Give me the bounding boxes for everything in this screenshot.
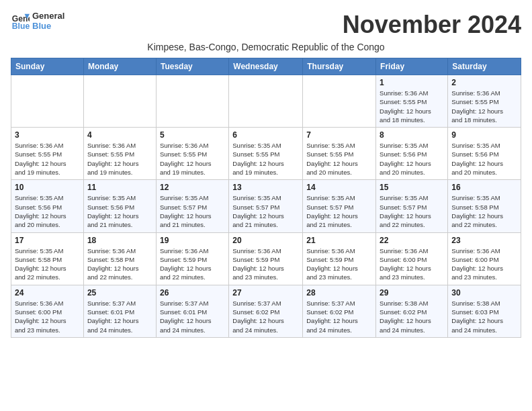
- day-info: Sunrise: 5:37 AM Sunset: 6:01 PM Dayligh…: [87, 299, 152, 334]
- calendar-cell: 8Sunrise: 5:35 AM Sunset: 5:56 PM Daylig…: [376, 128, 448, 180]
- day-number: 28: [306, 288, 372, 298]
- day-number: 24: [15, 288, 80, 298]
- day-number: 19: [160, 236, 225, 245]
- calendar-cell: 29Sunrise: 5:38 AM Sunset: 6:02 PM Dayli…: [376, 285, 448, 337]
- calendar-cell: 26Sunrise: 5:37 AM Sunset: 6:01 PM Dayli…: [156, 285, 228, 337]
- calendar-cell: 12Sunrise: 5:35 AM Sunset: 5:57 PM Dayli…: [156, 180, 228, 232]
- logo-general: General: [32, 11, 64, 21]
- calendar-week-row: 3Sunrise: 5:36 AM Sunset: 5:55 PM Daylig…: [11, 128, 521, 180]
- logo: General Blue General Blue: [11, 11, 64, 31]
- day-info: Sunrise: 5:38 AM Sunset: 6:03 PM Dayligh…: [451, 299, 517, 334]
- day-info: Sunrise: 5:36 AM Sunset: 5:59 PM Dayligh…: [160, 246, 225, 282]
- month-title: November 2024: [343, 11, 521, 39]
- calendar-cell: 5Sunrise: 5:36 AM Sunset: 5:55 PM Daylig…: [156, 128, 228, 180]
- day-number: 25: [87, 288, 152, 298]
- day-number: 3: [15, 130, 80, 140]
- calendar-week-row: 1Sunrise: 5:36 AM Sunset: 5:55 PM Daylig…: [11, 75, 521, 128]
- day-number: 6: [232, 130, 299, 140]
- weekday-header: Thursday: [303, 58, 376, 75]
- day-info: Sunrise: 5:36 AM Sunset: 5:58 PM Dayligh…: [87, 246, 152, 282]
- calendar-cell: 21Sunrise: 5:36 AM Sunset: 5:59 PM Dayli…: [303, 232, 376, 285]
- day-info: Sunrise: 5:35 AM Sunset: 5:56 PM Dayligh…: [87, 193, 152, 229]
- calendar-cell: 10Sunrise: 5:35 AM Sunset: 5:56 PM Dayli…: [11, 180, 84, 232]
- day-info: Sunrise: 5:35 AM Sunset: 5:56 PM Dayligh…: [380, 141, 444, 177]
- day-info: Sunrise: 5:36 AM Sunset: 5:55 PM Dayligh…: [451, 89, 517, 124]
- calendar-cell: [83, 75, 156, 128]
- day-number: 16: [451, 183, 517, 192]
- calendar-cell: 17Sunrise: 5:35 AM Sunset: 5:58 PM Dayli…: [11, 232, 84, 285]
- calendar-cell: 1Sunrise: 5:36 AM Sunset: 5:55 PM Daylig…: [376, 75, 448, 128]
- logo-icon: General Blue: [11, 11, 30, 30]
- day-number: 12: [160, 183, 225, 192]
- calendar-week-row: 17Sunrise: 5:35 AM Sunset: 5:58 PM Dayli…: [11, 232, 521, 285]
- calendar-cell: 22Sunrise: 5:36 AM Sunset: 6:00 PM Dayli…: [376, 232, 448, 285]
- day-info: Sunrise: 5:35 AM Sunset: 5:55 PM Dayligh…: [232, 141, 299, 177]
- calendar-cell: 7Sunrise: 5:35 AM Sunset: 5:55 PM Daylig…: [303, 128, 376, 180]
- calendar-cell: [11, 75, 84, 128]
- weekday-row: SundayMondayTuesdayWednesdayThursdayFrid…: [11, 58, 521, 75]
- day-number: 5: [160, 130, 225, 140]
- day-number: 7: [306, 130, 372, 140]
- calendar-cell: 15Sunrise: 5:35 AM Sunset: 5:57 PM Dayli…: [376, 180, 448, 232]
- day-info: Sunrise: 5:36 AM Sunset: 5:59 PM Dayligh…: [306, 246, 372, 282]
- day-number: 4: [87, 130, 152, 140]
- day-number: 10: [15, 183, 80, 192]
- calendar-header: SundayMondayTuesdayWednesdayThursdayFrid…: [11, 58, 521, 75]
- weekday-header: Sunday: [11, 58, 84, 75]
- logo-blue: Blue: [32, 21, 64, 31]
- day-info: Sunrise: 5:38 AM Sunset: 6:02 PM Dayligh…: [380, 299, 444, 334]
- day-info: Sunrise: 5:36 AM Sunset: 5:55 PM Dayligh…: [380, 89, 444, 124]
- svg-text:Blue: Blue: [12, 21, 30, 30]
- page-header: General Blue General Blue November 2024: [11, 11, 521, 39]
- calendar-body: 1Sunrise: 5:36 AM Sunset: 5:55 PM Daylig…: [11, 75, 521, 338]
- calendar-cell: [229, 75, 303, 128]
- calendar-cell: 24Sunrise: 5:36 AM Sunset: 6:00 PM Dayli…: [11, 285, 84, 337]
- day-number: 27: [232, 288, 299, 298]
- day-number: 22: [380, 236, 444, 245]
- weekday-header: Monday: [83, 58, 156, 75]
- weekday-header: Friday: [376, 58, 448, 75]
- day-number: 13: [232, 183, 299, 192]
- calendar-table: SundayMondayTuesdayWednesdayThursdayFrid…: [11, 58, 521, 338]
- day-number: 8: [380, 130, 444, 140]
- calendar-cell: 11Sunrise: 5:35 AM Sunset: 5:56 PM Dayli…: [83, 180, 156, 232]
- calendar-cell: 2Sunrise: 5:36 AM Sunset: 5:55 PM Daylig…: [448, 75, 521, 128]
- day-number: 23: [451, 236, 517, 245]
- calendar-cell: 23Sunrise: 5:36 AM Sunset: 6:00 PM Dayli…: [448, 232, 521, 285]
- day-info: Sunrise: 5:37 AM Sunset: 6:01 PM Dayligh…: [160, 299, 225, 334]
- calendar-cell: 16Sunrise: 5:35 AM Sunset: 5:58 PM Dayli…: [448, 180, 521, 232]
- calendar-cell: [156, 75, 228, 128]
- calendar-week-row: 24Sunrise: 5:36 AM Sunset: 6:00 PM Dayli…: [11, 285, 521, 337]
- day-info: Sunrise: 5:35 AM Sunset: 5:57 PM Dayligh…: [232, 193, 299, 229]
- day-number: 17: [15, 236, 80, 245]
- day-info: Sunrise: 5:35 AM Sunset: 5:58 PM Dayligh…: [451, 193, 517, 229]
- subtitle: Kimpese, Bas-Congo, Democratic Republic …: [11, 42, 521, 52]
- day-number: 1: [380, 78, 444, 87]
- day-info: Sunrise: 5:35 AM Sunset: 5:56 PM Dayligh…: [15, 193, 80, 229]
- day-info: Sunrise: 5:36 AM Sunset: 5:55 PM Dayligh…: [160, 141, 225, 177]
- day-number: 11: [87, 183, 152, 192]
- day-number: 9: [451, 130, 517, 140]
- day-info: Sunrise: 5:35 AM Sunset: 5:57 PM Dayligh…: [306, 193, 372, 229]
- day-info: Sunrise: 5:36 AM Sunset: 5:55 PM Dayligh…: [15, 141, 80, 177]
- day-number: 15: [380, 183, 444, 192]
- day-info: Sunrise: 5:35 AM Sunset: 5:56 PM Dayligh…: [451, 141, 517, 177]
- weekday-header: Wednesday: [229, 58, 303, 75]
- weekday-header: Tuesday: [156, 58, 228, 75]
- calendar-cell: 6Sunrise: 5:35 AM Sunset: 5:55 PM Daylig…: [229, 128, 303, 180]
- day-number: 2: [451, 78, 517, 87]
- calendar-cell: 19Sunrise: 5:36 AM Sunset: 5:59 PM Dayli…: [156, 232, 228, 285]
- calendar-cell: 9Sunrise: 5:35 AM Sunset: 5:56 PM Daylig…: [448, 128, 521, 180]
- calendar-cell: 3Sunrise: 5:36 AM Sunset: 5:55 PM Daylig…: [11, 128, 84, 180]
- calendar-cell: 14Sunrise: 5:35 AM Sunset: 5:57 PM Dayli…: [303, 180, 376, 232]
- day-info: Sunrise: 5:35 AM Sunset: 5:55 PM Dayligh…: [306, 141, 372, 177]
- calendar-week-row: 10Sunrise: 5:35 AM Sunset: 5:56 PM Dayli…: [11, 180, 521, 232]
- calendar-cell: 30Sunrise: 5:38 AM Sunset: 6:03 PM Dayli…: [448, 285, 521, 337]
- calendar-cell: 4Sunrise: 5:36 AM Sunset: 5:55 PM Daylig…: [83, 128, 156, 180]
- calendar-cell: 27Sunrise: 5:37 AM Sunset: 6:02 PM Dayli…: [229, 285, 303, 337]
- calendar-cell: 20Sunrise: 5:36 AM Sunset: 5:59 PM Dayli…: [229, 232, 303, 285]
- day-info: Sunrise: 5:36 AM Sunset: 6:00 PM Dayligh…: [15, 299, 80, 334]
- day-info: Sunrise: 5:37 AM Sunset: 6:02 PM Dayligh…: [232, 299, 299, 334]
- day-number: 14: [306, 183, 372, 192]
- day-info: Sunrise: 5:36 AM Sunset: 6:00 PM Dayligh…: [380, 246, 444, 282]
